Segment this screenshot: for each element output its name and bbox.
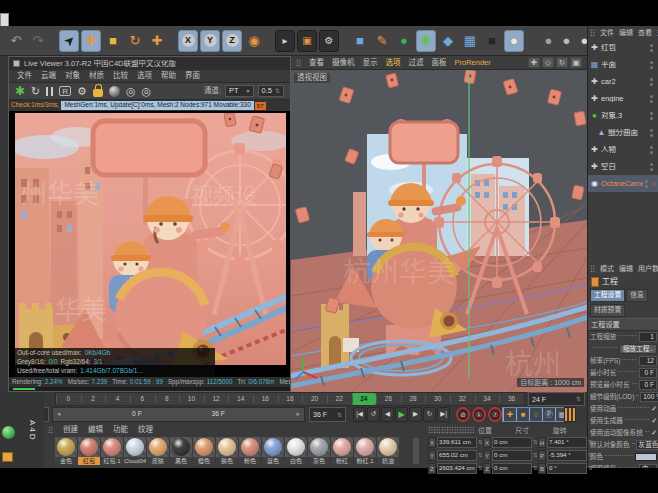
live-viewer-menu-item[interactable]: 界面	[185, 72, 200, 80]
key-position-toggle[interactable]: ✚	[504, 408, 516, 421]
material-swatch[interactable]: 白色	[285, 437, 307, 465]
live-viewer-menu-item[interactable]: 云端	[41, 72, 56, 80]
view-toggle-icon[interactable]: ▣	[570, 57, 582, 68]
toolbar-separator[interactable]	[50, 30, 57, 52]
perspective-viewport[interactable]: 查看摄像机显示选项过滤面板ProRender ✚◇↻▣ 透视视图 目标距离 : …	[291, 56, 587, 392]
rotation-field[interactable]: 0 °	[547, 463, 587, 474]
material-preview-ball[interactable]	[126, 438, 144, 456]
prev-frame-button[interactable]: ◀	[381, 407, 394, 422]
material-swatch[interactable]: 橙色	[193, 437, 215, 465]
material-sphere-icon[interactable]	[2, 426, 15, 439]
timeline-tick[interactable]: 6	[130, 393, 155, 405]
viewport-menu-item[interactable]: 面板	[432, 59, 447, 67]
live-viewer-menu-item[interactable]: 对象	[65, 72, 80, 80]
key-rotation-toggle[interactable]: ○	[530, 408, 542, 421]
material-preview-ball[interactable]	[195, 438, 213, 456]
material-menu-item[interactable]: 功能	[113, 426, 128, 434]
timeline-tick[interactable]: 10	[179, 393, 204, 405]
timeline-tick[interactable]: 22	[327, 393, 352, 405]
settings-gear-icon[interactable]: ⚙	[77, 86, 87, 97]
attribute-control[interactable]: ✓	[651, 429, 657, 436]
timeline-tick[interactable]: 32	[450, 393, 475, 405]
live-viewer-menu-item[interactable]: 选项	[137, 72, 152, 80]
material-scrollbar[interactable]	[412, 437, 420, 465]
material-preview-ball[interactable]	[241, 438, 259, 456]
material-name[interactable]: 蓝色	[262, 457, 284, 465]
material-name[interactable]: 白色	[285, 457, 307, 465]
object-name[interactable]: 红包	[601, 44, 616, 52]
spline-pen-button[interactable]: ✎	[372, 30, 392, 52]
play-button[interactable]: ▶	[395, 407, 408, 422]
visibility-dots[interactable]	[650, 112, 654, 120]
timeline-tick[interactable]: 36	[499, 393, 524, 405]
object-tree-item[interactable]: ◉ OctaneCamera ✕	[588, 175, 658, 192]
attribute-control[interactable]: 0 F	[639, 368, 657, 379]
play-reverse-button[interactable]: ↺	[367, 407, 380, 422]
material-name[interactable]: 粉红.1	[354, 457, 376, 465]
volume-button[interactable]: ◆	[438, 30, 458, 52]
object-tree-item[interactable]: ● 对象.3	[588, 107, 658, 124]
channel-dropdown[interactable]: PT	[225, 85, 254, 97]
position-field[interactable]: 655.02 cm	[437, 450, 477, 461]
attribute-tab[interactable]: 材质预置	[590, 304, 625, 317]
redo-icon[interactable]: ↷	[28, 30, 48, 52]
material-preview-ball[interactable]	[333, 438, 351, 456]
material-swatch[interactable]: 红包.1	[101, 437, 123, 465]
octane-glossy-material-button[interactable]: ●	[558, 31, 575, 51]
octane-diffuse-material-button[interactable]: ●	[540, 31, 557, 51]
material-preview-ball[interactable]	[310, 438, 328, 456]
viewport-menu-item[interactable]: ProRender	[455, 59, 491, 67]
visibility-dots[interactable]	[650, 163, 654, 171]
panel-grip-icon[interactable]	[48, 426, 53, 434]
attribute-control[interactable]	[635, 453, 657, 461]
material-name[interactable]: 皮肤	[147, 457, 169, 465]
live-viewer-menu-item[interactable]: 材质	[89, 72, 104, 80]
object-tree-item[interactable]: ✚ 人物	[588, 141, 658, 158]
visibility-dots[interactable]	[650, 61, 654, 69]
attribute-control[interactable]: 100 %	[640, 392, 658, 403]
restart-render-icon[interactable]: ↻	[31, 86, 40, 97]
range-end-field[interactable]: 36 F	[309, 407, 346, 422]
material-swatch[interactable]: 粉红	[331, 437, 353, 465]
array-button[interactable]: ▦	[460, 30, 480, 52]
timeline-tick[interactable]: 8	[155, 393, 180, 405]
material-swatch[interactable]: 皮肤	[147, 437, 169, 465]
key-parameter-toggle[interactable]: Ⓟ	[543, 408, 555, 421]
next-frame-button[interactable]: ▶	[409, 407, 422, 422]
object-name[interactable]: 对象.3	[601, 112, 622, 120]
size-field[interactable]: 0 cm	[492, 463, 532, 474]
viewport-menu-item[interactable]: 摄像机	[332, 59, 355, 67]
material-swatch[interactable]: 粉色	[239, 437, 261, 465]
panel-grip-icon[interactable]	[590, 29, 595, 37]
object-name[interactable]: 空白	[601, 163, 616, 171]
viewport-menu-item[interactable]: 显示	[363, 59, 378, 67]
autokeying-button[interactable]: ①	[472, 407, 486, 422]
attribute-menu-item[interactable]: 模式	[600, 265, 614, 272]
coordinate-system-toggle[interactable]: ◉	[244, 30, 264, 52]
object-name[interactable]: car2	[601, 78, 616, 86]
visibility-dots[interactable]	[650, 146, 654, 154]
attribute-tab[interactable]: 信息	[626, 289, 648, 302]
material-name[interactable]: 金色	[55, 457, 77, 465]
octane-plugin-button[interactable]: ✱	[416, 30, 436, 52]
x-axis-toggle[interactable]: X	[178, 30, 198, 52]
autokey-ring-button[interactable]	[564, 407, 576, 422]
attribute-control[interactable]: ✓	[651, 405, 657, 412]
camera-tool-button[interactable]: ■	[482, 30, 502, 52]
timeline-tick[interactable]: 18	[278, 393, 303, 405]
rotate-tool[interactable]: ↻	[125, 30, 145, 52]
focus-picker-icon[interactable]: ◎	[142, 86, 152, 97]
loop-button[interactable]: ↻	[423, 407, 436, 422]
scale-tool[interactable]: ■	[103, 30, 123, 52]
material-preview-ball[interactable]	[149, 438, 167, 456]
attribute-section-header[interactable]: 工程设置	[588, 318, 658, 331]
timeline-tick[interactable]: 20	[302, 393, 327, 405]
render-tag-icon[interactable]: ✕	[651, 181, 656, 187]
material-name[interactable]: 黑色	[170, 457, 192, 465]
attribute-control[interactable]: 0 F	[639, 380, 657, 391]
view-rotate-icon[interactable]: ↻	[556, 57, 568, 68]
material-menu-item[interactable]: 编辑	[88, 426, 103, 434]
material-name[interactable]: 粉色	[239, 457, 261, 465]
live-viewer-menu-item[interactable]: 文件	[17, 72, 32, 80]
material-preview-ball[interactable]	[287, 438, 305, 456]
